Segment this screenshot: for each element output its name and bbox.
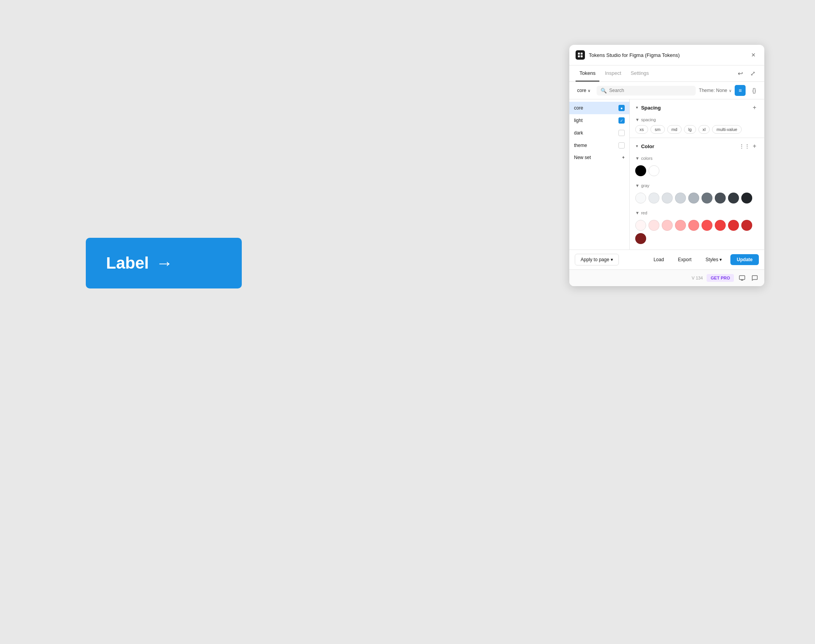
spacing-subsection-label: spacing bbox=[641, 117, 656, 122]
gray-100[interactable] bbox=[635, 193, 646, 203]
theme-label: Theme: None bbox=[699, 88, 727, 93]
sidebar-item-theme[interactable]: theme bbox=[569, 139, 629, 152]
expand-icon[interactable]: ⤢ bbox=[747, 68, 758, 79]
styles-button[interactable]: Styles ▾ bbox=[700, 254, 727, 265]
toolbar: core ∨ 🔍 Theme: None ∨ ≡ {} bbox=[569, 82, 764, 99]
red-dots bbox=[635, 218, 759, 246]
json-view-button[interactable]: {} bbox=[749, 85, 760, 96]
gray-300[interactable] bbox=[662, 193, 673, 203]
export-button[interactable]: Export bbox=[673, 254, 697, 265]
get-pro-button[interactable]: GET PRO bbox=[707, 274, 734, 282]
red-900[interactable] bbox=[635, 233, 646, 244]
canvas-label-button[interactable]: Label → bbox=[86, 238, 242, 288]
sidebar-item-dark[interactable]: dark bbox=[569, 127, 629, 139]
sidebar-item-light[interactable]: light ✓ bbox=[569, 114, 629, 127]
panel-header: Tokens Studio for Figma (Figma Tokens) × bbox=[569, 45, 764, 65]
search-box: 🔍 bbox=[597, 86, 696, 96]
red-500[interactable] bbox=[702, 220, 712, 231]
token-multi-value[interactable]: multi-value bbox=[712, 125, 741, 134]
gray-700[interactable] bbox=[715, 193, 726, 203]
red-800[interactable] bbox=[741, 220, 752, 231]
svg-rect-2 bbox=[578, 55, 580, 57]
colors-dots bbox=[635, 164, 759, 178]
color-white[interactable] bbox=[648, 165, 659, 176]
search-icon: 🔍 bbox=[601, 88, 607, 94]
monitor-icon[interactable] bbox=[738, 274, 746, 282]
color-title: ▼ Color bbox=[635, 143, 654, 149]
color-black[interactable] bbox=[635, 165, 646, 176]
color-list-icon[interactable]: ⋮⋮ bbox=[740, 142, 749, 150]
set-dropdown[interactable]: core ∨ bbox=[574, 86, 594, 95]
svg-rect-1 bbox=[581, 53, 583, 55]
set-chevron-icon: ∨ bbox=[588, 88, 590, 93]
canvas-button-label: Label bbox=[106, 254, 149, 272]
red-700[interactable] bbox=[728, 220, 739, 231]
spacing-chevron-icon: ▼ bbox=[635, 106, 639, 110]
new-set-icon: + bbox=[622, 155, 625, 160]
gray-500[interactable] bbox=[688, 193, 699, 203]
red-300[interactable] bbox=[675, 220, 686, 231]
chat-icon[interactable] bbox=[750, 274, 759, 282]
colors-subsection-header[interactable]: ▼ colors bbox=[635, 156, 759, 161]
svg-rect-3 bbox=[581, 55, 583, 57]
gray-800[interactable] bbox=[728, 193, 739, 203]
red-100[interactable] bbox=[648, 220, 659, 231]
red-200[interactable] bbox=[662, 220, 673, 231]
spacing-subsection: ▼ spacing xs sm md lg xl multi-value bbox=[630, 116, 764, 138]
bottom-bar: V 134 GET PRO bbox=[569, 269, 764, 286]
gray-400[interactable] bbox=[675, 193, 686, 203]
sidebar: core ● light ✓ dark theme bbox=[569, 99, 630, 249]
red-sub-chevron-icon: ▼ bbox=[635, 211, 640, 215]
tab-bar: Tokens Inspect Settings ↩ ⤢ bbox=[569, 65, 764, 82]
token-xs[interactable]: xs bbox=[635, 125, 648, 134]
tab-inspect[interactable]: Inspect bbox=[601, 65, 625, 81]
token-xl[interactable]: xl bbox=[698, 125, 710, 134]
new-set-item[interactable]: New set + bbox=[569, 152, 629, 163]
color-chevron-icon: ▼ bbox=[635, 144, 639, 148]
colors-sub-chevron-icon: ▼ bbox=[635, 156, 640, 161]
update-button[interactable]: Update bbox=[730, 254, 759, 265]
token-md[interactable]: md bbox=[667, 125, 682, 134]
apply-label: Apply to page bbox=[581, 257, 609, 262]
tokens-studio-panel: Tokens Studio for Figma (Figma Tokens) ×… bbox=[569, 45, 764, 286]
spacing-subsection-header[interactable]: ▼ spacing bbox=[635, 117, 759, 122]
search-input[interactable] bbox=[609, 88, 692, 93]
new-set-label: New set bbox=[574, 155, 591, 160]
token-sm[interactable]: sm bbox=[650, 125, 665, 134]
theme-checkbox[interactable] bbox=[618, 142, 625, 149]
red-50[interactable] bbox=[635, 220, 646, 231]
spacing-title: ▼ Spacing bbox=[635, 105, 661, 111]
load-button[interactable]: Load bbox=[648, 254, 670, 265]
canvas-button-arrow: → bbox=[156, 253, 173, 273]
red-subsection-header[interactable]: ▼ red bbox=[635, 211, 759, 215]
svg-rect-4 bbox=[739, 276, 745, 280]
color-add-button[interactable]: + bbox=[750, 142, 759, 150]
spacing-add-button[interactable]: + bbox=[750, 103, 759, 112]
red-600[interactable] bbox=[715, 220, 726, 231]
plugin-icon bbox=[576, 50, 585, 60]
gray-200[interactable] bbox=[648, 193, 659, 203]
sidebar-item-core[interactable]: core ● bbox=[569, 102, 629, 114]
gray-600[interactable] bbox=[702, 193, 712, 203]
list-view-button[interactable]: ≡ bbox=[735, 85, 746, 96]
light-checkbox[interactable]: ✓ bbox=[618, 117, 625, 124]
core-checkbox[interactable]: ● bbox=[618, 105, 625, 111]
gray-subsection-header[interactable]: ▼ gray bbox=[635, 183, 759, 188]
undo-icon[interactable]: ↩ bbox=[735, 68, 746, 79]
theme-selector[interactable]: Theme: None ∨ bbox=[699, 88, 732, 93]
tab-tokens[interactable]: Tokens bbox=[576, 65, 599, 81]
apply-to-page-button[interactable]: Apply to page ▾ bbox=[575, 254, 619, 265]
red-400[interactable] bbox=[688, 220, 699, 231]
version-text: V 134 bbox=[692, 276, 703, 280]
panel-footer: Apply to page ▾ Load Export Styles ▾ Upd… bbox=[569, 249, 764, 269]
red-subsection: ▼ red bbox=[630, 209, 764, 249]
spacing-section-header[interactable]: ▼ Spacing + bbox=[630, 99, 764, 116]
sidebar-item-dark-label: dark bbox=[574, 130, 618, 136]
close-button[interactable]: × bbox=[749, 50, 758, 60]
token-lg[interactable]: lg bbox=[684, 125, 696, 134]
color-section-header[interactable]: ▼ Color ⋮⋮ + bbox=[630, 138, 764, 154]
right-panel: ▼ Spacing + ▼ spacing xs sm md lg xl mul… bbox=[630, 99, 764, 249]
dark-checkbox[interactable] bbox=[618, 130, 625, 136]
gray-900[interactable] bbox=[741, 193, 752, 203]
tab-settings[interactable]: Settings bbox=[627, 65, 653, 81]
